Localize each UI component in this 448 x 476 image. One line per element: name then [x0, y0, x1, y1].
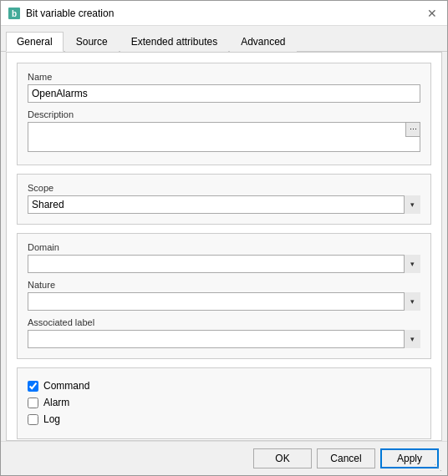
checkbox-alarm[interactable]: Alarm: [28, 397, 420, 408]
name-description-section: Name Description ⋯: [17, 63, 431, 165]
associated-label-field-group: Associated label ▾: [28, 317, 420, 348]
name-field-group: Name: [28, 72, 420, 103]
nature-select-wrapper: ▾: [28, 292, 420, 311]
title-bar: b Bit variable creation ✕: [1, 1, 447, 26]
command-checkbox[interactable]: [28, 381, 38, 392]
tab-advanced[interactable]: Advanced: [230, 32, 296, 52]
tab-content: Name Description ⋯ Scope Shared Local: [6, 52, 442, 441]
description-field-group: Description ⋯: [28, 109, 420, 154]
footer: OK Cancel Apply: [1, 441, 447, 475]
close-button[interactable]: ✕: [424, 5, 440, 22]
alarm-label: Alarm: [43, 397, 69, 408]
domain-label: Domain: [28, 242, 420, 252]
domain-field-group: Domain ▾: [28, 242, 420, 273]
scope-select-wrapper: Shared Local ▾: [28, 195, 420, 214]
tab-extended[interactable]: Extended attributes: [120, 32, 228, 52]
description-input[interactable]: [28, 122, 420, 152]
checkboxes-section: Command Alarm Log: [17, 367, 431, 439]
description-label: Description: [28, 109, 420, 119]
associated-select[interactable]: [28, 330, 420, 348]
dialog-title: Bit variable creation: [26, 8, 114, 19]
resize-handle[interactable]: ⋱: [434, 463, 444, 473]
tab-general[interactable]: General: [6, 32, 64, 52]
cancel-button[interactable]: Cancel: [317, 448, 375, 468]
apply-button[interactable]: Apply: [380, 448, 439, 468]
alarm-checkbox[interactable]: [28, 398, 38, 408]
domain-select[interactable]: [28, 255, 420, 273]
nature-label: Nature: [28, 280, 420, 290]
dialog: b Bit variable creation ✕ General Source…: [0, 0, 448, 476]
associated-select-wrapper: ▾: [28, 330, 420, 348]
domain-select-wrapper: ▾: [28, 255, 420, 273]
title-bar-left: b Bit variable creation: [8, 7, 114, 20]
description-wrapper: ⋯: [28, 122, 420, 154]
log-checkbox[interactable]: [28, 414, 38, 425]
ok-button[interactable]: OK: [253, 448, 312, 468]
nature-select[interactable]: [28, 292, 420, 311]
command-label: Command: [43, 380, 89, 392]
log-label: Log: [43, 413, 60, 425]
checkbox-log[interactable]: Log: [28, 413, 420, 425]
checkbox-group: Command Alarm Log: [28, 377, 420, 428]
scope-section: Scope Shared Local ▾: [17, 174, 431, 225]
name-input[interactable]: [28, 84, 420, 103]
scope-field-group: Scope Shared Local ▾: [28, 183, 420, 214]
checkbox-command[interactable]: Command: [28, 380, 420, 392]
nature-field-group: Nature ▾: [28, 280, 420, 311]
tab-source[interactable]: Source: [65, 32, 119, 52]
svg-text:b: b: [12, 9, 17, 18]
scope-label: Scope: [28, 183, 420, 193]
scope-select[interactable]: Shared Local: [28, 195, 420, 214]
name-label: Name: [28, 72, 420, 82]
associated-label-label: Associated label: [28, 317, 420, 327]
footer-wrapper: OK Cancel Apply ⋱: [1, 441, 447, 475]
domain-section: Domain ▾ Nature ▾ Associated l: [17, 233, 431, 359]
tab-bar: General Source Extended attributes Advan…: [1, 26, 447, 52]
description-expand-button[interactable]: ⋯: [405, 122, 420, 137]
dialog-icon: b: [8, 7, 21, 20]
